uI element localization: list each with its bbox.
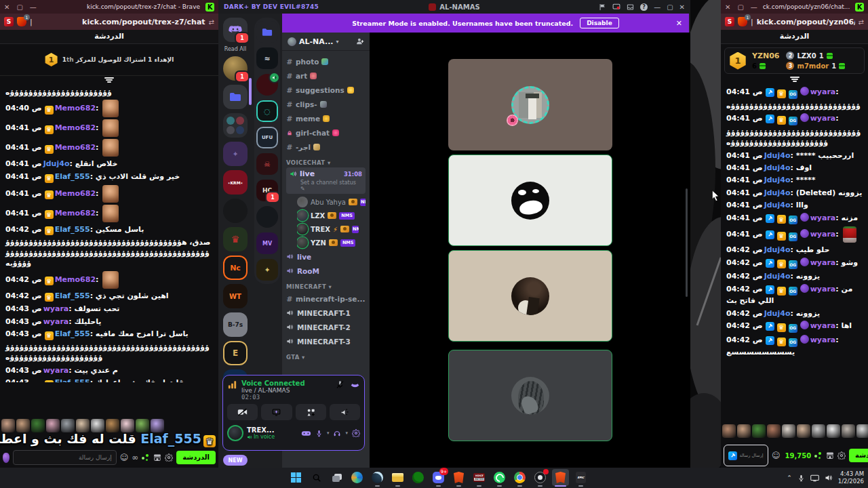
taskbar-epic-icon[interactable]: EPIC: [572, 469, 589, 486]
voicechat-section-header[interactable]: VOICECHAT ▾: [286, 159, 366, 166]
chat-message[interactable]: 04:41 صJduj4o: يزوونه (Deleted): [726, 188, 863, 198]
inbox-icon[interactable]: [627, 3, 634, 11]
server-icon[interactable]: 1: [223, 56, 248, 81]
share-icon[interactable]: ⇄: [859, 18, 864, 26]
server-icon[interactable]: MV: [256, 232, 278, 254]
gear-icon[interactable]: [165, 453, 173, 462]
server-icon[interactable]: ✦: [256, 259, 278, 281]
chat-username[interactable]: wyara: [810, 285, 836, 293]
server-icon[interactable]: E: [223, 341, 248, 365]
channel-art[interactable]: #art: [286, 68, 366, 83]
chat-message[interactable]: 04:41 صJduj4o: وااا: [726, 200, 863, 210]
maximize-icon[interactable]: ▢: [737, 3, 743, 11]
voice-participant-tile[interactable]: [448, 250, 612, 342]
chat-message[interactable]: 04:42 صJduj4o: حلو طيب: [726, 245, 863, 255]
close-icon[interactable]: ✕: [679, 3, 685, 11]
server-icon[interactable]: B-7s: [223, 312, 248, 337]
activities-button[interactable]: [296, 404, 326, 420]
voice-member[interactable]: YZNNMS: [297, 236, 366, 249]
minimize-icon[interactable]: —: [654, 3, 660, 11]
chat-username[interactable]: Jduj4o: [764, 272, 791, 281]
tray-speaker-icon[interactable]: [825, 474, 833, 482]
gear-icon[interactable]: [837, 451, 846, 460]
chat-message[interactable]: 04:42 ص♛Memo682:: [5, 271, 213, 289]
chat-message[interactable]: 04:43 ص♛Elaf_555: قلت له فك بث و اعطيك د…: [5, 378, 213, 382]
taskbar-steam-icon[interactable]: [369, 469, 386, 486]
chat-message[interactable]: 04:41 صJduj4o: اررححبيب *****: [726, 150, 863, 161]
voice-channel-live[interactable]: live: [286, 249, 366, 264]
taskbar-start-icon[interactable]: [288, 469, 304, 486]
read-all-label[interactable]: Read All: [224, 46, 247, 52]
voice-member[interactable]: Abu YahyaNMS: [297, 195, 366, 209]
taskbar-xbox-icon[interactable]: [410, 469, 427, 486]
minecraft-section-header[interactable]: MINECRAFT ▾: [286, 283, 366, 290]
chat-message[interactable]: 04:41 صJduj4o: *****: [726, 175, 863, 185]
disable-button[interactable]: Disable: [580, 18, 619, 28]
chat-message[interactable]: 04:42 ص♛Elaf_555: باسل مسكين: [5, 224, 213, 236]
server-icon[interactable]: [256, 74, 278, 96]
server-icon[interactable]: Nc: [223, 256, 248, 280]
taskbar-discord-icon[interactable]: 9+: [430, 469, 447, 486]
shield-icon[interactable]: 1: [17, 17, 26, 26]
chat-username[interactable]: Jduj4o: [764, 245, 791, 254]
close-icon[interactable]: ✕: [725, 3, 730, 11]
server-folder[interactable]: [223, 85, 248, 109]
chat-username[interactable]: wyara: [810, 336, 836, 344]
channel-suggestions[interactable]: #suggestions: [286, 83, 366, 97]
tray-chevron-icon[interactable]: ⌃: [787, 474, 792, 481]
channel-clips-[interactable]: #clips-: [286, 97, 366, 111]
chat-message[interactable]: 04:41 ص♛Memo682:: [5, 119, 213, 137]
extension-icon[interactable]: S: [4, 17, 14, 26]
voice-channel-MINECRAFT-2[interactable]: MINECRAFT-2: [286, 320, 366, 334]
taskbar-taskview-icon[interactable]: [328, 469, 345, 486]
chat-username[interactable]: wyara: [810, 258, 836, 267]
chat-username[interactable]: Memo682: [55, 189, 96, 198]
chat-message[interactable]: 04:43 ص♛Elaf_555: باسل ترا امزح معك مافي…: [5, 329, 213, 340]
server-icon[interactable]: UFU: [256, 127, 278, 148]
emoji-picker-icon[interactable]: ☺: [772, 451, 781, 460]
message-input[interactable]: إرسال رسالة: [724, 445, 768, 466]
chat-message[interactable]: 04:41 صJduj4o: اوف: [726, 163, 863, 173]
chat-username[interactable]: wyara: [810, 230, 836, 239]
voice-channel-RooM[interactable]: RooM: [286, 264, 366, 278]
flag-icon[interactable]: [599, 3, 606, 11]
maximize-icon[interactable]: ▢: [16, 3, 22, 11]
store-icon[interactable]: [826, 451, 834, 460]
chat-username[interactable]: Memo682: [55, 104, 96, 113]
maximize-icon[interactable]: ▢: [667, 3, 673, 11]
chat-message-continuation[interactable]: صدق، هؤؤؤؤؤؤؤؤؤؤؤؤؤؤؤؤؤؤؤؤؤؤؤؤؤؤؤؤؤؤؤؤؤؤ…: [5, 237, 213, 268]
voice-member[interactable]: TREX⚡NMS: [297, 222, 366, 236]
chat-username[interactable]: wyara: [43, 304, 69, 313]
chat-username[interactable]: Jduj4o: [764, 309, 791, 318]
open-folder-icon[interactable]: [256, 21, 278, 43]
server-icon[interactable]: ≈: [256, 47, 278, 69]
chat-message[interactable]: 04:41 ص♛OGwyara: مزنه: [726, 213, 863, 225]
server-icon[interactable]: [223, 199, 248, 223]
channel-points[interactable]: 19,750: [785, 452, 812, 460]
taskbar-voicemeeter-icon[interactable]: VOICEMETER: [471, 469, 488, 486]
chat-username[interactable]: Elaf_555: [55, 329, 90, 338]
extension-icon[interactable]: S: [725, 17, 734, 26]
chat-username[interactable]: wyara: [43, 366, 69, 375]
taskbar-brave-icon[interactable]: [450, 469, 467, 486]
disconnect-icon[interactable]: [350, 380, 360, 390]
minimize-icon[interactable]: —: [30, 3, 37, 11]
chat-message[interactable]: 04:41 ص♛Memo682:: [5, 185, 213, 203]
server-icon[interactable]: ٭KRM٭: [223, 170, 248, 195]
chat-message[interactable]: 04:42 صJduj4o: يزوونه: [726, 308, 863, 319]
tab-title[interactable]: ck.com/popout/yzn06/chat...: [763, 3, 850, 10]
mic-icon[interactable]: [315, 430, 323, 437]
emoji-picker-icon[interactable]: ☺: [120, 453, 129, 462]
help-icon[interactable]: ?: [640, 3, 648, 11]
chat-message[interactable]: 04:41 ص♛OGwyara:: [726, 226, 863, 243]
server-icon[interactable]: ☠: [256, 153, 278, 175]
send-chat-button[interactable]: الدردشة: [176, 451, 216, 464]
chat-username[interactable]: Jduj4o: [43, 159, 70, 168]
chat-message-continuation[interactable]: ؤؤؤؤؤؤؤؤؤؤؤؤؤؤؤؤؤؤؤؤؤؤؤؤؤؤؤؤؤؤؤؤؤؤؤؤؤؤؤؤ…: [726, 127, 863, 148]
channel-meme[interactable]: #meme: [286, 111, 366, 125]
chat-message[interactable]: 04:43 صwyara: م عندي بيت: [5, 365, 213, 375]
chat-message[interactable]: 04:40 ص♛Memo682:: [5, 100, 213, 117]
chat-username[interactable]: Jduj4o: [764, 163, 791, 172]
taskbar-search-icon[interactable]: [308, 469, 325, 486]
chat-message-continuation[interactable]: ؤؤؤؤؤؤؤؤؤؤؤؤؤؤؤؤؤؤؤؤؤؤؤؤؤؤؤؤؤؤؤؤؤؤؤؤؤؤؤؤ…: [5, 342, 213, 363]
